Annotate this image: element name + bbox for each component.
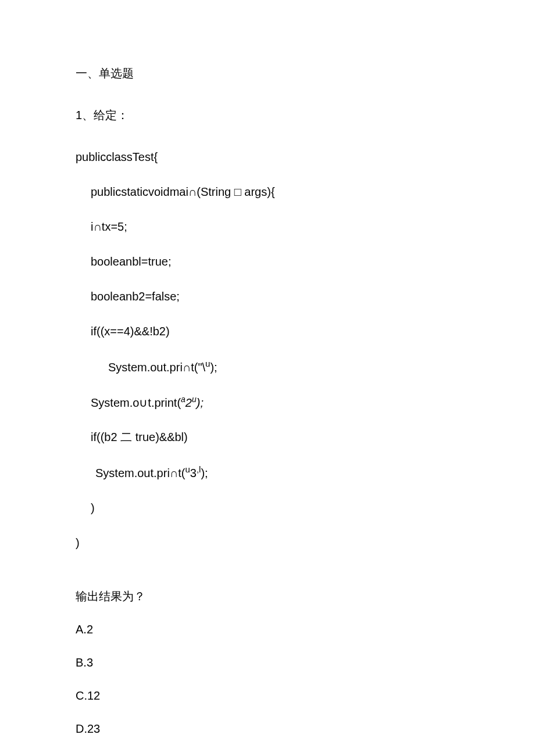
option-a: A.2 (76, 620, 459, 639)
code-text: "\ (198, 361, 205, 374)
code-text: ); (201, 467, 208, 479)
code-line-2: publicstaticvoidmai∩(String □ args){ (76, 182, 459, 201)
code-line-7: System.out.pri∩t("\u); (76, 357, 459, 377)
section-title: 一、单选题 (76, 64, 459, 83)
code-text: 3 (190, 467, 197, 479)
code-italic-sup: a (181, 395, 186, 404)
result-prompt: 输出结果为？ (76, 587, 459, 605)
code-line-5: booleanb2=false; (76, 287, 459, 306)
code-text: System.out.pri∩t( (108, 361, 198, 374)
code-italic: 2 (186, 396, 192, 409)
code-text: ); (210, 361, 217, 374)
code-line-6: if((x==4)&&!b2) (76, 322, 459, 341)
code-line-8: System.o∪t.print(a2u); (76, 393, 459, 412)
code-italic-sup: u (192, 395, 197, 404)
code-line-9: if((b2 ⼆ true)&&bl) (76, 428, 459, 446)
option-c: C.12 (76, 686, 459, 705)
code-line-10: System.out.pri∩t(u3,l); (76, 463, 459, 482)
code-line-11: ) (76, 499, 459, 517)
option-d: D.23 (76, 719, 459, 738)
code-line-4: booleanbl=true; (76, 252, 459, 271)
code-line-1: publicclassTest{ (76, 148, 459, 166)
code-italic: ); (197, 396, 204, 409)
question-prompt: 1、给定： (76, 106, 459, 124)
code-superscript: u (185, 464, 190, 474)
code-text: System.o∪t.print( (91, 396, 181, 409)
code-text: System.out.pri∩t( (95, 467, 185, 479)
option-b: B.3 (76, 653, 459, 672)
code-line-12: ) (76, 533, 459, 552)
code-line-3: i∩tx=5; (76, 217, 459, 236)
